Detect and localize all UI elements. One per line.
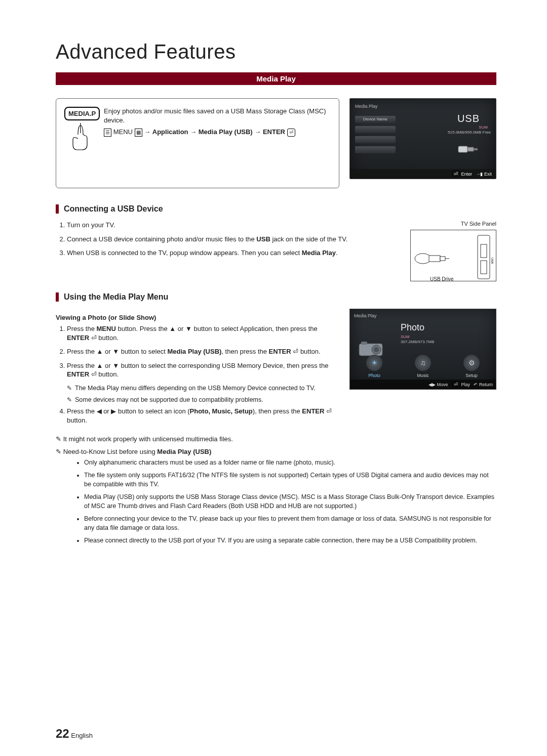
enter-icon: ⏎ bbox=[452, 381, 460, 388]
tv2-size: 307.2MB/973.7MB bbox=[401, 340, 434, 344]
svg-rect-4 bbox=[481, 244, 487, 258]
tv2-music-label: Music bbox=[417, 373, 429, 378]
svg-rect-14 bbox=[361, 342, 367, 345]
using-note-2: Some devices may not be supported due to… bbox=[67, 396, 337, 404]
photo-icon: ☀ bbox=[366, 355, 382, 371]
tv1-exit-label: Exit bbox=[484, 172, 492, 177]
tv1-header: Media Play bbox=[355, 104, 491, 109]
tv2-play-label: Play bbox=[461, 382, 470, 387]
menu-path-menu: MENU bbox=[113, 128, 133, 136]
page-title: Advanced Features bbox=[56, 40, 496, 63]
tv-preview-usb: Media Play Device Name USB SUM 515.0MB/9… bbox=[349, 98, 496, 179]
tv-side-panel-figure: TV Side Panel USB USB Drive bbox=[410, 221, 496, 281]
subtitle-viewing-photo: Viewing a Photo (or Slide Show) bbox=[56, 314, 337, 321]
using-step-4: Press the ◀ or ▶ button to select an ico… bbox=[67, 407, 337, 425]
connect-step-1: Turn on your TV. bbox=[67, 221, 398, 230]
enter-icon: ⏎ bbox=[452, 171, 460, 177]
menu-path-mediaplay: Media Play (USB) bbox=[199, 128, 253, 136]
tv2-header: Media Play bbox=[354, 313, 492, 318]
note-need-to-know-bold: Media Play (USB) bbox=[157, 448, 211, 455]
using-step-1: Press the MENU button. Press the ▲ or ▼ … bbox=[67, 324, 337, 342]
connect-step-2: Connect a USB device containing photo an… bbox=[67, 235, 398, 244]
tv2-music-tab[interactable]: ♫ Music bbox=[408, 355, 438, 378]
svg-rect-9 bbox=[440, 257, 445, 261]
tv1-enter-label: Enter bbox=[461, 172, 472, 177]
intro-panel: MEDIA.P Enjoy photos and/or music files … bbox=[56, 98, 339, 188]
tv2-title: Photo bbox=[401, 322, 424, 333]
svg-rect-1 bbox=[467, 147, 474, 151]
tv2-photo-label: Photo bbox=[368, 373, 380, 378]
using-step-3: Press the ▲ or ▼ button to select the co… bbox=[67, 361, 337, 379]
menu-path-app: Application bbox=[152, 128, 188, 136]
need-to-know-list: Only alphanumeric characters must be use… bbox=[64, 458, 496, 545]
usb-drive-icon bbox=[414, 248, 449, 269]
page-number-value: 22 bbox=[56, 727, 69, 740]
tv1-free: 515.0MB/995.0MB Free bbox=[448, 130, 491, 135]
connect-step-3: When USB is connected to the TV, popup w… bbox=[67, 248, 398, 258]
bullet-3: Media Play (USB) only supports the USB M… bbox=[84, 493, 496, 511]
note-need-to-know: Need-to-Know List before using Media Pla… bbox=[56, 448, 496, 455]
using-step-2: Press the ▲ or ▼ button to select Media … bbox=[67, 347, 337, 356]
music-icon: ♫ bbox=[415, 355, 431, 371]
menu-button-icon: ☰ bbox=[104, 129, 111, 137]
tv1-slot-empty bbox=[355, 146, 396, 153]
tv1-slot-device-name: Device Name bbox=[355, 116, 396, 123]
tv2-setup-label: Setup bbox=[465, 373, 478, 378]
tv1-usb-label: USB bbox=[457, 113, 480, 124]
page-number: 22 English bbox=[56, 727, 93, 741]
enter-icon: ⏎ bbox=[287, 129, 295, 137]
tv1-slot-empty bbox=[355, 136, 396, 143]
usb-plug-icon bbox=[455, 139, 481, 159]
svg-rect-0 bbox=[458, 146, 467, 152]
side-panel-label: TV Side Panel bbox=[410, 221, 496, 227]
heading-connecting-usb: Connecting a USB Device bbox=[56, 204, 496, 214]
tv2-setup-tab[interactable]: ⚙ Setup bbox=[456, 355, 487, 378]
bullet-5: Please connect directly to the USB port … bbox=[84, 536, 496, 545]
menu-path: ☰ MENU ▦ → Application → Media Play (USB… bbox=[104, 128, 331, 137]
menu-grid-icon: ▦ bbox=[135, 129, 142, 137]
menu-path-enter: ENTER bbox=[263, 128, 285, 136]
tv-preview-photo: Media Play Photo SUM 307.2MB/973.7MB ☀ P… bbox=[349, 309, 496, 390]
usb-port-icon: USB bbox=[474, 234, 494, 280]
tv1-slot-empty bbox=[355, 126, 396, 133]
svg-point-7 bbox=[415, 254, 431, 264]
connect-steps: Turn on your TV. Connect a USB device co… bbox=[56, 221, 398, 258]
gear-icon: ⚙ bbox=[463, 355, 480, 371]
intro-description: Enjoy photos and/or music files saved on… bbox=[104, 107, 331, 124]
tv2-sum: SUM bbox=[401, 334, 410, 339]
using-steps: Press the MENU button. Press the ▲ or ▼ … bbox=[56, 324, 337, 379]
svg-rect-5 bbox=[481, 261, 487, 274]
using-note-1: The Media Play menu differs depending on… bbox=[67, 384, 337, 393]
usb-drive-label: USB Drive bbox=[430, 276, 454, 282]
remote-button-illustration: MEDIA.P bbox=[64, 107, 97, 167]
media-p-key: MEDIA.P bbox=[64, 107, 100, 120]
section-bar: Media Play bbox=[56, 72, 496, 85]
bullet-4: Before connecting your device to the TV,… bbox=[84, 515, 496, 532]
svg-text:USB: USB bbox=[491, 258, 494, 264]
heading-using-media-play: Using the Media Play Menu bbox=[56, 292, 496, 302]
using-steps-cont: Press the ◀ or ▶ button to select an ico… bbox=[56, 407, 337, 425]
tv1-bottom-bar: ⏎ Enter →▮ Exit bbox=[350, 169, 496, 179]
tv2-return-label: Return bbox=[479, 382, 493, 387]
svg-point-13 bbox=[374, 347, 379, 352]
tv2-move-label: Move bbox=[437, 382, 448, 387]
page-language: English bbox=[71, 732, 93, 739]
tv2-photo-tab[interactable]: ☀ Photo bbox=[359, 355, 389, 378]
svg-rect-2 bbox=[474, 148, 478, 150]
bullet-1: Only alphanumeric characters must be use… bbox=[84, 458, 496, 468]
bullet-2: The file system only supports FAT16/32 (… bbox=[84, 471, 496, 489]
svg-rect-8 bbox=[429, 256, 440, 262]
note-unlicensed: It might not work properly with unlicens… bbox=[56, 435, 496, 443]
tv2-bottom-bar: ◀▶ Move ⏎ Play ↶ Return bbox=[350, 380, 496, 389]
tv1-sum: SUM bbox=[479, 125, 488, 130]
hand-icon bbox=[68, 120, 93, 151]
note-need-to-know-prefix: Need-to-Know List before using bbox=[63, 448, 155, 455]
